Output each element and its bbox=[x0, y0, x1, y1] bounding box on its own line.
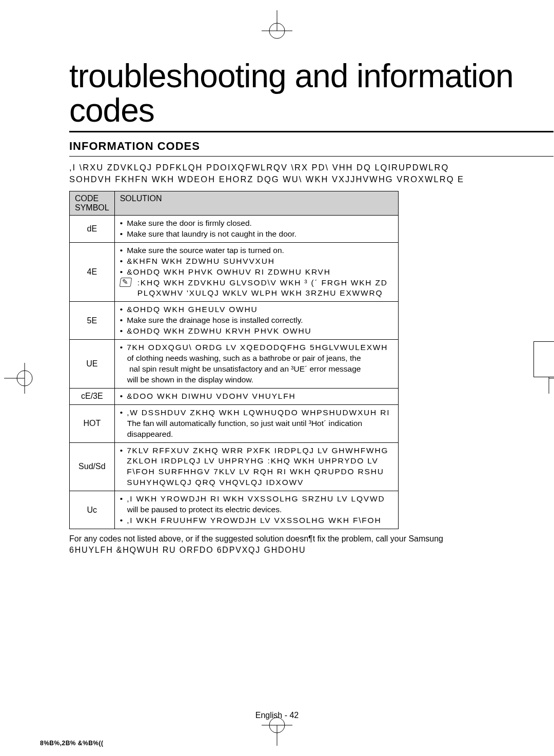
table-row: 5E•&OHDQ WKH GHEULV OWHU•Make sure the d… bbox=[70, 302, 399, 340]
table-row: HOT•,W DSSHDUV ZKHQ WKH LQWHUQDO WHPSHUD… bbox=[70, 404, 399, 442]
crop-mark-top bbox=[256, 10, 298, 41]
page-footer: English - 42 bbox=[255, 711, 299, 720]
table-row: Sud/Sd•7KLV RFFXUV ZKHQ WRR PXFK IRDPLQJ… bbox=[70, 442, 399, 491]
section-header: INFORMATION CODES bbox=[69, 140, 553, 153]
solution-cell: •,I WKH YROWDJH RI WKH VXSSOLHG SRZHU LV… bbox=[114, 491, 398, 529]
small-footer: 8%B%,2B% &%B%(( bbox=[40, 740, 104, 747]
codes-table: CODE SYMBOL SOLUTION dE•Make sure the do… bbox=[69, 191, 399, 529]
solution-cell: •Make sure the door is ﬁrmly closed.•Mak… bbox=[114, 215, 398, 242]
solution-cell: •Make sure the source water tap is turne… bbox=[114, 242, 398, 302]
table-row: UE•7KH ODXQGU\ ORDG LV XQEDODQFHG 5HGLVW… bbox=[70, 340, 399, 389]
crop-mark-left bbox=[4, 358, 35, 399]
table-row: Uc•,I WKH YROWDJH RI WKH VXSSOLHG SRZHU … bbox=[70, 491, 399, 529]
code-cell: 4E bbox=[70, 242, 115, 302]
intro-text: ,I \RXU ZDVKLQJ PDFKLQH PDOIXQFWLRQV \RX… bbox=[69, 162, 553, 185]
solution-cell: •&DOO WKH DIWHU VDOHV VHUYLFH bbox=[114, 388, 398, 404]
code-cell: HOT bbox=[70, 404, 115, 442]
solution-cell: •7KH ODXQGU\ ORDG LV XQEDODQFHG 5HGLVWUL… bbox=[114, 340, 398, 389]
page-title: troubleshooting and information codes bbox=[69, 59, 553, 132]
table-row: dE•Make sure the door is ﬁrmly closed.•M… bbox=[70, 215, 399, 242]
table-row: cE/3E•&DOO WKH DIWHU VDOHV VHUYLFH bbox=[70, 388, 399, 404]
code-cell: UE bbox=[70, 340, 115, 389]
header-solution: SOLUTION bbox=[114, 191, 398, 215]
code-cell: 5E bbox=[70, 302, 115, 340]
code-cell: cE/3E bbox=[70, 388, 115, 404]
code-cell: dE bbox=[70, 215, 115, 242]
code-cell: Uc bbox=[70, 491, 115, 529]
divider bbox=[69, 156, 553, 157]
header-code: CODE SYMBOL bbox=[70, 191, 115, 215]
table-row: 4E•Make sure the source water tap is tur… bbox=[70, 242, 399, 302]
code-cell: Sud/Sd bbox=[70, 442, 115, 491]
note-icon bbox=[119, 278, 132, 287]
table-header-row: CODE SYMBOL SOLUTION bbox=[70, 191, 399, 215]
solution-cell: •7KLV RFFXUV ZKHQ WRR PXFK IRDPLQJ LV GH… bbox=[114, 442, 398, 491]
footnote: For any codes not listed above, or if th… bbox=[69, 533, 553, 556]
solution-cell: •,W DSSHDUV ZKHQ WKH LQWHUQDO WHPSHUDWXU… bbox=[114, 404, 398, 442]
solution-cell: •&OHDQ WKH GHEULV OWHU•Make sure the dra… bbox=[114, 302, 398, 340]
